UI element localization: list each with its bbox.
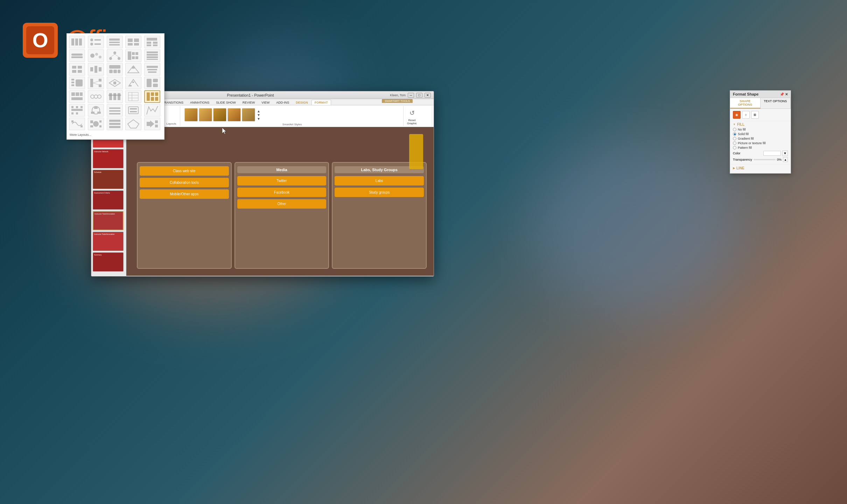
tab-slideshow[interactable]: SLIDE SHOW xyxy=(213,100,239,105)
line-section: ▶ LINE xyxy=(730,165,791,173)
layout-item-8[interactable] xyxy=(107,49,123,62)
cell-facebook: Facebook xyxy=(237,188,327,197)
layout-item-2[interactable] xyxy=(88,36,104,48)
layout-item-5[interactable] xyxy=(144,36,160,48)
window-controls: Kleen, Tom ─ □ ✕ xyxy=(390,93,431,98)
pattern-fill-radio[interactable] xyxy=(733,146,736,149)
layout-item-19[interactable] xyxy=(125,77,141,89)
layout-item-11[interactable] xyxy=(69,63,85,76)
more-layouts-btn[interactable]: More Layouts... xyxy=(69,132,162,137)
layout-item-23[interactable] xyxy=(107,90,123,103)
layout-item-13[interactable] xyxy=(107,63,123,76)
layout-item-27[interactable] xyxy=(88,104,104,117)
layout-item-14[interactable] xyxy=(125,63,141,76)
layout-item-26[interactable] xyxy=(69,104,85,117)
picture-fill-option[interactable]: Picture or texture fill xyxy=(733,141,788,145)
transparency-spinner[interactable]: ▲ xyxy=(783,157,788,162)
styles-scroll-up[interactable]: ▲ xyxy=(257,109,260,113)
svg-rect-34 xyxy=(128,51,131,60)
slide-thumb-6[interactable]: 6 Schedule xyxy=(93,170,124,189)
svg-rect-98 xyxy=(76,112,78,114)
layout-item-28[interactable] xyxy=(107,104,123,117)
maximize-button[interactable]: □ xyxy=(416,93,422,98)
no-fill-radio[interactable] xyxy=(733,128,736,131)
layout-item-35[interactable] xyxy=(144,118,160,130)
layout-item-9[interactable] xyxy=(125,49,141,62)
minimize-button[interactable]: ─ xyxy=(408,93,414,98)
layout-item-32[interactable] xyxy=(88,118,104,130)
styles-more[interactable]: ▼ xyxy=(257,117,260,121)
format-panel-pin[interactable]: 📌 xyxy=(780,92,784,96)
svg-rect-77 xyxy=(71,97,83,100)
tab-review[interactable]: REVIEW xyxy=(239,100,258,105)
format-panel-close[interactable]: ✕ xyxy=(785,92,788,96)
gradient-fill-option[interactable]: Gradient fill xyxy=(733,137,788,140)
svg-point-28 xyxy=(99,56,102,58)
style-swatch-1[interactable] xyxy=(184,108,198,121)
style-swatch-5[interactable] xyxy=(242,108,255,121)
style-swatch-2[interactable] xyxy=(199,108,212,121)
svg-rect-108 xyxy=(130,111,137,112)
pattern-fill-option[interactable]: Pattern fill xyxy=(733,146,788,149)
office-icon: O xyxy=(21,21,59,59)
layout-item-29[interactable] xyxy=(125,104,141,117)
layout-item-15[interactable] xyxy=(144,63,160,76)
svg-point-26 xyxy=(90,54,94,58)
color-picker-btn[interactable] xyxy=(763,151,781,156)
layout-item-22[interactable] xyxy=(88,90,104,103)
layout-item-16[interactable] xyxy=(69,77,85,89)
layout-item-6[interactable] xyxy=(69,49,85,62)
size-properties-icon[interactable]: ⊞ xyxy=(751,111,759,119)
layout-item-20[interactable] xyxy=(144,77,160,89)
text-options-tab[interactable]: TEXT OPTIONS xyxy=(761,98,791,108)
slide-thumb-8[interactable]: 8 Instructor Tools/Innovation xyxy=(93,211,124,230)
tab-animations[interactable]: ANIMATIONS xyxy=(187,100,212,105)
style-swatch-4[interactable] xyxy=(227,108,241,121)
svg-rect-81 xyxy=(109,93,112,100)
svg-rect-24 xyxy=(71,54,83,56)
slide-thumb-9[interactable]: 9 Instructor Tools/Innovation xyxy=(93,232,124,251)
style-swatch-3[interactable] xyxy=(213,108,226,121)
slide-thumb-10[interactable]: 10 Summary xyxy=(93,252,124,272)
layout-item-30[interactable] xyxy=(144,104,160,117)
layout-item-21[interactable] xyxy=(69,90,85,103)
layout-item-12[interactable] xyxy=(88,63,104,76)
layout-item-24[interactable] xyxy=(125,90,141,103)
layout-item-18[interactable] xyxy=(107,77,123,89)
solid-fill-option[interactable]: Solid fill xyxy=(733,132,788,136)
tab-addins[interactable]: ADD-INS xyxy=(273,100,292,105)
layout-item-10[interactable] xyxy=(144,49,160,62)
tab-smartart-design[interactable]: DESIGN xyxy=(293,100,311,105)
layout-item-33[interactable] xyxy=(107,118,123,130)
layout-item-4[interactable] xyxy=(125,36,141,48)
fill-line-icon[interactable]: ◉ xyxy=(733,111,741,119)
layout-item-1[interactable] xyxy=(69,36,85,48)
layout-item-25-selected[interactable] xyxy=(144,90,160,103)
effects-icon[interactable]: ○ xyxy=(742,111,750,119)
layout-item-17[interactable] xyxy=(88,77,104,89)
color-picker-arrow[interactable]: ▼ xyxy=(782,150,788,156)
svg-rect-23 xyxy=(153,44,158,46)
solid-fill-radio[interactable] xyxy=(733,132,736,136)
shape-options-tab[interactable]: SHAPE OPTIONS xyxy=(730,98,761,108)
layouts-label: Layouts xyxy=(165,122,178,125)
transparency-slider[interactable] xyxy=(754,159,776,160)
smartart-container[interactable]: Class web site Collaboration tools Mobil… xyxy=(137,162,427,269)
layout-item-34[interactable] xyxy=(125,118,141,130)
svg-rect-29 xyxy=(113,51,116,54)
layout-item-3[interactable] xyxy=(107,36,123,48)
no-fill-option[interactable]: No fill xyxy=(733,128,788,131)
tab-view[interactable]: VIEW xyxy=(258,100,273,105)
svg-rect-21 xyxy=(153,42,158,44)
layout-item-7[interactable] xyxy=(88,49,104,62)
layout-grid xyxy=(69,36,162,130)
slide-thumb-5[interactable]: 5 Instructor Network xyxy=(93,149,124,168)
layout-item-31[interactable] xyxy=(69,118,85,130)
tab-smartart-format[interactable]: FORMAT xyxy=(312,100,331,105)
styles-scroll-down[interactable]: ▼ xyxy=(257,113,260,117)
picture-fill-radio[interactable] xyxy=(733,141,736,145)
close-button[interactable]: ✕ xyxy=(425,93,431,98)
svg-rect-96 xyxy=(80,106,83,108)
slide-thumb-7[interactable]: 7 Assessment Criteria xyxy=(93,190,124,210)
gradient-fill-radio[interactable] xyxy=(733,137,736,140)
